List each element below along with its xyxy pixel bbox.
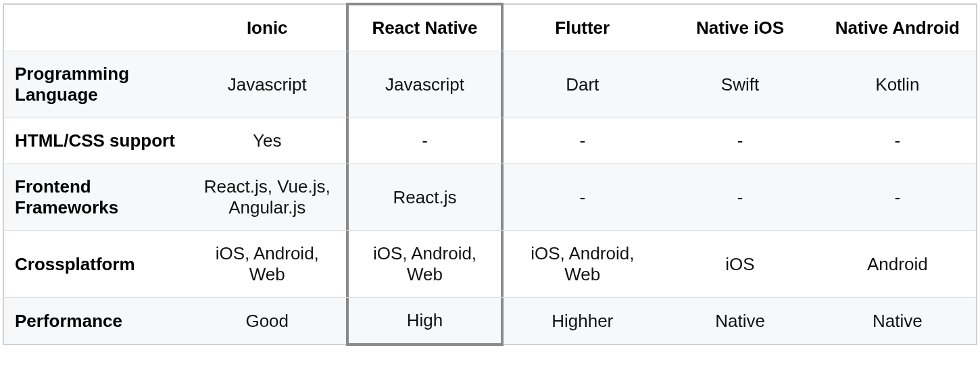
- cell: iOS: [661, 231, 818, 298]
- cell: iOS, Android, Web: [346, 231, 504, 298]
- table-row: HTML/CSS support Yes - - - -: [3, 118, 977, 164]
- cell: -: [661, 164, 818, 231]
- cell: React.js: [346, 164, 504, 231]
- row-label: Programming Language: [3, 51, 189, 118]
- table-header-row: Ionic React Native Flutter Native iOS Na…: [3, 4, 977, 51]
- cell: React.js, Vue.js, Angular.js: [189, 164, 346, 231]
- row-label: Crossplatform: [3, 231, 189, 298]
- cell: Kotlin: [819, 51, 977, 118]
- cell: Native: [661, 298, 818, 345]
- header-ionic: Ionic: [189, 4, 346, 51]
- comparison-table: Ionic React Native Flutter Native iOS Na…: [3, 3, 977, 346]
- table-row: Programming Language Javascript Javascri…: [3, 51, 977, 118]
- cell: -: [819, 118, 977, 164]
- cell: Swift: [661, 51, 818, 118]
- cell: -: [504, 164, 661, 231]
- cell: Highher: [504, 298, 661, 345]
- row-label: HTML/CSS support: [3, 118, 189, 164]
- row-label: Frontend Frameworks: [3, 164, 189, 231]
- cell: High: [346, 298, 504, 345]
- cell: -: [661, 118, 818, 164]
- header-native-ios: Native iOS: [661, 4, 818, 51]
- cell: Yes: [189, 118, 346, 164]
- cell: -: [504, 118, 661, 164]
- cell: Javascript: [189, 51, 346, 118]
- cell: Native: [819, 298, 977, 345]
- table-row: Frontend Frameworks React.js, Vue.js, An…: [3, 164, 977, 231]
- cell: iOS, Android, Web: [504, 231, 661, 298]
- table-row: Performance Good High Highher Native Nat…: [3, 298, 977, 345]
- cell: Good: [189, 298, 346, 345]
- cell: Android: [819, 231, 977, 298]
- table-row: Crossplatform iOS, Android, Web iOS, And…: [3, 231, 977, 298]
- header-flutter: Flutter: [504, 4, 661, 51]
- cell: Dart: [504, 51, 661, 118]
- cell: -: [819, 164, 977, 231]
- cell: Javascript: [346, 51, 504, 118]
- header-corner: [3, 4, 189, 51]
- cell: iOS, Android, Web: [189, 231, 346, 298]
- header-native-android: Native Android: [819, 4, 977, 51]
- row-label: Performance: [3, 298, 189, 345]
- header-react-native: React Native: [346, 4, 504, 51]
- cell: -: [346, 118, 504, 164]
